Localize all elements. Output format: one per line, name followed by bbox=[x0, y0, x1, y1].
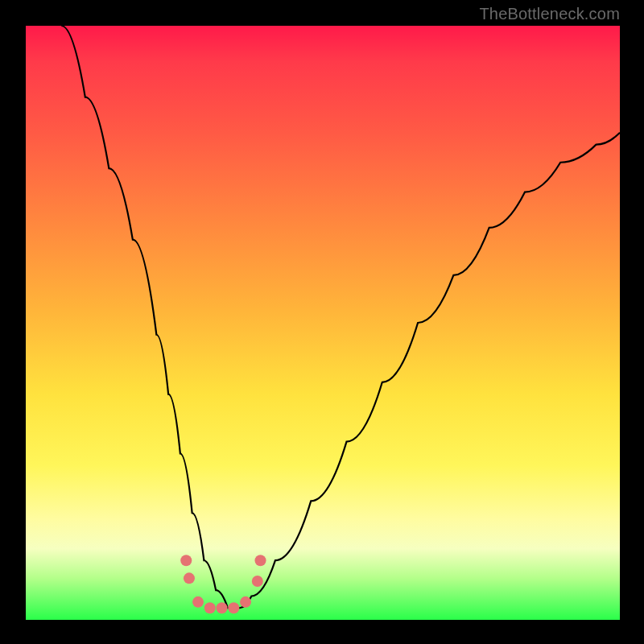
plot-area bbox=[26, 26, 620, 620]
bottleneck-curve bbox=[61, 26, 620, 608]
bottleneck-dot bbox=[204, 602, 216, 613]
bottleneck-dot bbox=[255, 555, 266, 566]
bottleneck-dot bbox=[217, 602, 228, 613]
bottleneck-dot bbox=[184, 572, 195, 584]
watermark-text: TheBottleneck.com bbox=[479, 5, 620, 23]
bottleneck-dots bbox=[180, 555, 266, 613]
bottleneck-dot bbox=[252, 576, 263, 587]
bottleneck-dot bbox=[228, 602, 239, 613]
bottleneck-dot bbox=[240, 597, 251, 608]
bottleneck-dot bbox=[192, 597, 204, 608]
bottleneck-dot bbox=[180, 555, 192, 566]
curve-layer bbox=[26, 26, 620, 620]
chart-frame: TheBottleneck.com bbox=[0, 0, 644, 644]
